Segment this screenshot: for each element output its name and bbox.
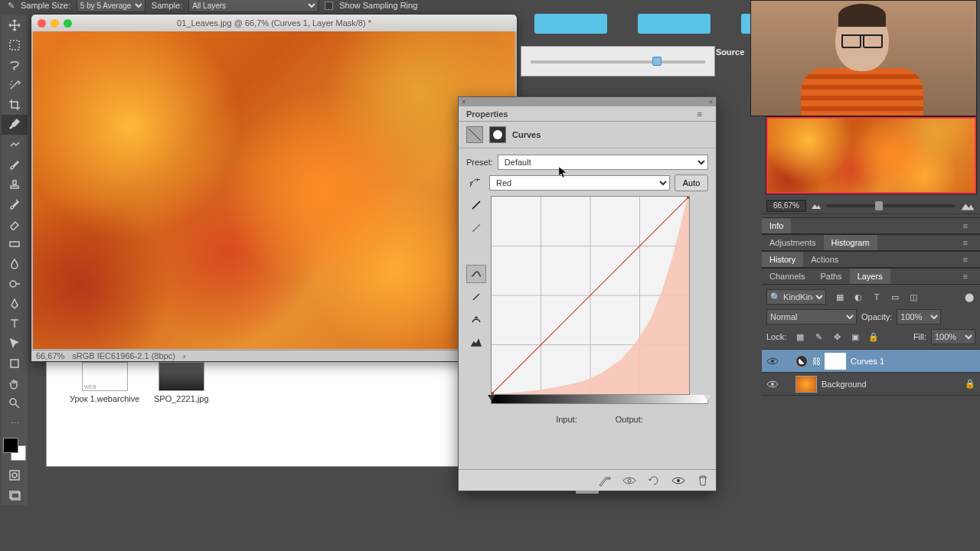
clip-to-layer-icon[interactable]: [598, 474, 612, 487]
filter-smart-icon[interactable]: ◫: [907, 291, 920, 303]
lasso-tool[interactable]: [2, 55, 28, 75]
tab-history[interactable]: History: [762, 252, 803, 267]
sample-size-select[interactable]: 5 by 5 Average: [77, 0, 145, 12]
link-icon[interactable]: ⛓: [812, 357, 820, 366]
mask-icon[interactable]: [489, 126, 506, 143]
panel-collapse-icon[interactable]: «: [709, 98, 713, 106]
panel-resize-handle[interactable]: [576, 491, 599, 494]
chevron-right-icon[interactable]: ›: [183, 351, 186, 360]
panel-menu-icon[interactable]: ≡: [690, 107, 710, 121]
gradient-tool[interactable]: [2, 234, 28, 254]
adjust-menu-icon[interactable]: ≡: [956, 235, 975, 250]
visibility-icon[interactable]: [766, 355, 779, 367]
blend-mode-select[interactable]: Normal: [766, 309, 857, 324]
crop-tool[interactable]: [2, 95, 28, 115]
tab-layers[interactable]: Layers: [850, 269, 890, 284]
navigator-zoom-slider[interactable]: [826, 204, 956, 207]
preset-select[interactable]: Default: [498, 155, 708, 170]
layer-name[interactable]: Background: [822, 380, 867, 389]
tab-histogram[interactable]: Histogram: [824, 235, 877, 250]
finder-window[interactable]: WEB Урок 1.webarchive SPO_2221.jpg: [46, 360, 459, 467]
tab-actions[interactable]: Actions: [803, 252, 846, 267]
mini-slider-track[interactable]: [531, 60, 705, 64]
zoom-out-icon[interactable]: [811, 202, 822, 210]
file-item-1[interactable]: WEB Урок 1.webarchive: [70, 362, 139, 403]
visibility-icon[interactable]: [766, 378, 779, 390]
document-titlebar[interactable]: 01_Leaves.jpg @ 66,7% (Curves 1, Layer M…: [31, 15, 517, 31]
lock-trans-icon[interactable]: ▩: [794, 331, 806, 343]
tab-paths[interactable]: Paths: [812, 269, 849, 284]
filter-kind-select[interactable]: 🔍 KindKind: [766, 289, 826, 305]
canvas-zoom[interactable]: 66,67%: [36, 351, 64, 360]
screenmode-tool[interactable]: [2, 485, 28, 505]
sample-white-icon[interactable]: [466, 242, 486, 260]
file-item-2[interactable]: SPO_2221.jpg: [154, 362, 209, 403]
mini-slider-thumb[interactable]: [652, 57, 662, 66]
history-brush-tool[interactable]: [2, 194, 28, 214]
pen-tool[interactable]: [2, 294, 28, 314]
properties-tab[interactable]: Properties: [459, 107, 515, 121]
fill-select[interactable]: 100%: [931, 329, 975, 344]
close-icon[interactable]: [38, 19, 46, 28]
filter-adjust-icon[interactable]: ◐: [852, 291, 864, 303]
layer-background[interactable]: Background 🔒: [762, 373, 980, 396]
lock-artboard-icon[interactable]: ▣: [849, 331, 861, 343]
tab-channels[interactable]: Channels: [762, 269, 812, 284]
marquee-tool[interactable]: [2, 35, 28, 55]
navigator-zoom-input[interactable]: [766, 200, 806, 212]
heal-tool[interactable]: [2, 135, 28, 155]
tab-adjustments[interactable]: Adjustments: [762, 235, 824, 250]
navigator-thumbnail[interactable]: [766, 116, 977, 194]
zoom-tool[interactable]: [2, 393, 28, 413]
info-menu-icon[interactable]: ≡: [956, 218, 975, 233]
stamp-tool[interactable]: [2, 174, 28, 194]
ring-checkbox[interactable]: [325, 2, 333, 10]
filter-toggle-icon[interactable]: ⬤: [963, 291, 975, 303]
trash-icon[interactable]: [696, 474, 710, 487]
layer-thumb[interactable]: [795, 376, 817, 393]
document-canvas[interactable]: [33, 31, 515, 349]
history-menu-icon[interactable]: ≡: [956, 252, 975, 267]
sample-gray-icon[interactable]: [466, 219, 486, 237]
eraser-tool[interactable]: [2, 214, 28, 234]
edit-points-icon[interactable]: [466, 265, 486, 283]
filter-pixel-icon[interactable]: ▦: [834, 291, 846, 303]
minimize-icon[interactable]: [51, 19, 59, 28]
quickmask-tool[interactable]: [2, 465, 28, 485]
hand-tool[interactable]: [2, 373, 28, 393]
dodge-tool[interactable]: [2, 274, 28, 294]
layer-mask-thumb[interactable]: [825, 353, 846, 370]
toggle-visibility-icon[interactable]: [622, 474, 636, 487]
lock-all-icon[interactable]: 🔒: [867, 331, 880, 343]
eyedropper-tool[interactable]: [2, 115, 28, 135]
draw-curve-icon[interactable]: [466, 288, 486, 306]
tab-2[interactable]: [638, 14, 710, 34]
targeted-adjust-icon[interactable]: [466, 175, 485, 191]
color-swatches[interactable]: [3, 438, 26, 461]
lock-pos-icon[interactable]: ✥: [831, 331, 843, 343]
curves-graph[interactable]: [491, 196, 690, 395]
properties-titlebar[interactable]: × «: [459, 97, 716, 106]
preview-icon[interactable]: [671, 474, 685, 487]
layer-curves[interactable]: ⛓ Curves 1: [762, 350, 980, 373]
zoom-in-icon[interactable]: [960, 201, 975, 211]
reset-icon[interactable]: [647, 474, 661, 487]
opacity-select[interactable]: 100%: [897, 309, 941, 324]
edit-toolbar[interactable]: ⋯: [2, 413, 28, 433]
curves-icon[interactable]: [466, 126, 483, 143]
layers-menu-icon[interactable]: ≡: [956, 269, 975, 284]
channel-select[interactable]: Red: [489, 175, 670, 191]
sample-black-icon[interactable]: [466, 196, 486, 214]
filter-type-icon[interactable]: T: [871, 291, 883, 303]
brush-tool[interactable]: [2, 155, 28, 174]
input-gradient[interactable]: [491, 395, 708, 404]
path-select-tool[interactable]: [2, 334, 28, 354]
panel-close-icon[interactable]: ×: [462, 98, 466, 106]
type-tool[interactable]: [2, 314, 28, 334]
filter-shape-icon[interactable]: ▭: [889, 291, 901, 303]
tab-1[interactable]: [534, 14, 607, 34]
shape-tool[interactable]: [2, 354, 28, 373]
wand-tool[interactable]: [2, 75, 28, 95]
maximize-icon[interactable]: [64, 19, 72, 28]
lock-paint-icon[interactable]: ✎: [812, 331, 825, 343]
